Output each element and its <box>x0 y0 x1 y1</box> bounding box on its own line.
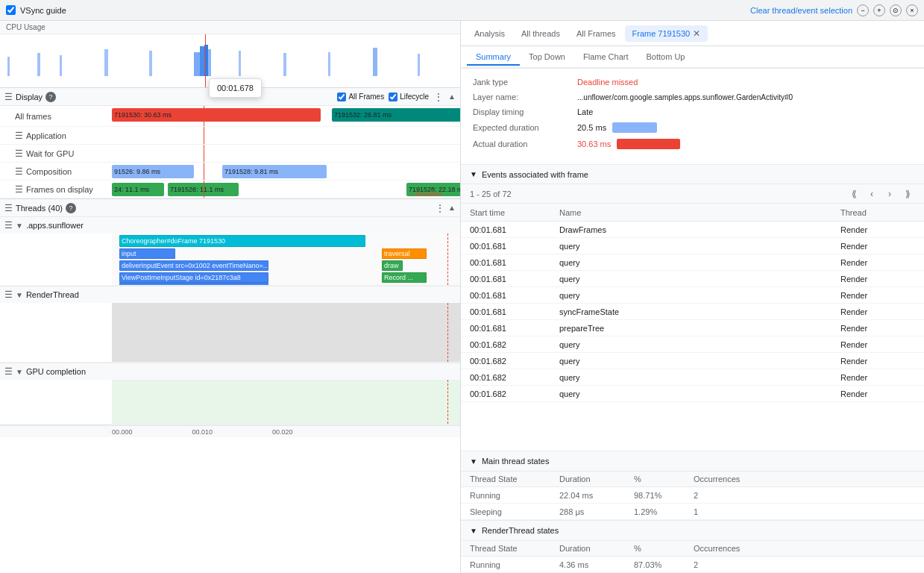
flame-deliverInput[interactable]: deliverInputEvent src=0x1002 eventTimeNa… <box>119 260 268 271</box>
event-row-8[interactable]: 00:01.682 query Render <box>461 353 924 369</box>
event-row-6[interactable]: 00:01.681 prepareTree Render <box>461 320 924 336</box>
sunflower-expand-icon[interactable]: ▼ <box>16 222 23 230</box>
sunflower-drag: ☰ <box>4 220 13 231</box>
comp-bar-7191528[interactable]: 7191528: 9.81 ms <box>222 165 327 178</box>
frame-tab-close[interactable]: ✕ <box>693 28 700 39</box>
event-thread-10: Render <box>840 389 915 398</box>
expand-btn[interactable]: + <box>873 4 885 16</box>
svg-rect-3 <box>60 55 62 76</box>
close-btn[interactable]: × <box>906 4 918 16</box>
render-dur-0: 4.36 ms <box>559 560 634 569</box>
sub-tab-summary[interactable]: Summary <box>467 49 520 66</box>
events-expand-icon[interactable]: ▼ <box>470 170 477 178</box>
event-row-3[interactable]: 00:01.681 query Render <box>461 271 924 287</box>
flame-choreographer-1[interactable]: Choreographer#doFrame 7191530 <box>119 235 365 247</box>
page-last-btn[interactable]: ⟫ <box>900 187 915 201</box>
expected-duration-value: 20.5 ms <box>577 123 606 132</box>
event-row-5[interactable]: 00:01.681 syncFrameState Render <box>461 304 924 320</box>
pagination-controls: ⟪ ‹ › ⟫ <box>846 187 915 201</box>
gpu-expand-icon[interactable]: ▼ <box>16 368 23 376</box>
threads-dots-menu[interactable]: ⋮ <box>435 202 445 214</box>
events-header: ▼ Events associated with frame <box>461 165 924 184</box>
render-bg <box>112 303 460 362</box>
application-label: ☰ Application <box>0 131 112 141</box>
main-thread-expand-icon[interactable]: ▼ <box>470 457 477 466</box>
event-row-4[interactable]: 00:01.681 query Render <box>461 287 924 304</box>
event-row-7[interactable]: 00:01.682 query Render <box>461 336 924 353</box>
event-row-1[interactable]: 00:01.681 query Render <box>461 238 924 254</box>
event-row-2[interactable]: 00:01.681 query Render <box>461 254 924 271</box>
event-row-9[interactable]: 00:01.682 query Render <box>461 369 924 386</box>
event-thread-1: Render <box>840 242 915 251</box>
jank-type-row: Jank type Deadline missed <box>473 78 912 87</box>
application-content[interactable]: 530... <box>112 127 460 144</box>
main-thread-table-header: Thread State Duration % Occurrences <box>461 471 924 487</box>
all-frames-label[interactable]: All Frames <box>337 93 384 101</box>
threads-collapse-btn[interactable]: ▲ <box>448 204 456 212</box>
refresh-btn[interactable]: ⊙ <box>890 4 902 16</box>
thread-header-sunflower[interactable]: ☰ ▼ .apps.sunflower <box>0 217 460 234</box>
flame-rvscroll-1[interactable]: RV Scroll <box>119 283 268 285</box>
render-thread-expand-icon[interactable]: ▼ <box>470 527 477 535</box>
lifecycle-checkbox[interactable] <box>389 93 397 101</box>
event-row-0[interactable]: 00:01.681 DrawFrames Render <box>461 222 924 238</box>
sub-tab-flamechart[interactable]: Flame Chart <box>574 49 638 66</box>
timeline-area: CPU Usage <box>0 21 460 88</box>
event-start-0: 00:01.681 <box>470 225 559 234</box>
flame-input-1[interactable]: input <box>119 248 175 259</box>
frame-bar-7191530[interactable]: 7191530: 30.63 ms <box>112 108 321 122</box>
tab-frame-7191530[interactable]: Frame 7191530 ✕ <box>625 25 708 42</box>
page-prev-btn[interactable]: ‹ <box>864 187 879 201</box>
main-thread-states-header[interactable]: ▼ Main thread states <box>461 451 924 471</box>
left-panel: CPU Usage <box>0 21 461 573</box>
sunflower-track-content[interactable]: Choreographer#doFrame 7191530 input trav… <box>112 234 460 285</box>
wait-gpu-content[interactable]: 7191530... <box>112 145 460 162</box>
display-drag-handle[interactable]: ☰ <box>4 92 13 102</box>
flame-record[interactable]: Record ... <box>382 272 427 283</box>
display-collapse-btn[interactable]: ▲ <box>448 93 456 101</box>
comp-bar-91526[interactable]: 91526: 9.86 ms <box>112 165 194 178</box>
clear-selection-link[interactable]: Clear thread/event selection <box>750 6 852 15</box>
event-name-3: query <box>559 275 840 284</box>
thread-header-render[interactable]: ☰ ▼ RenderThread <box>0 286 460 303</box>
flame-viewpost[interactable]: ViewPostImeInputStage id=0x2187c3a8 <box>119 272 268 283</box>
flame-draw[interactable]: draw <box>382 260 403 271</box>
threads-header: ☰ Threads (40) ? ⋮ ▲ <box>0 199 460 217</box>
composition-content[interactable]: 91526: 9.86 ms 7191528: 9.81 ms <box>112 163 460 180</box>
display-dots-menu[interactable]: ⋮ <box>433 91 444 103</box>
render-expand-icon[interactable]: ▼ <box>16 291 23 299</box>
render-thread-states-header[interactable]: ▼ RenderThread states <box>461 521 924 540</box>
all-frames-checkbox[interactable] <box>337 93 346 101</box>
sub-tab-topdown[interactable]: Top Down <box>520 49 574 66</box>
render-track-content[interactable]: DrawFram... flus... <box>112 303 460 362</box>
minimize-btn[interactable]: − <box>857 4 869 16</box>
vsync-checkbox[interactable] <box>6 5 16 15</box>
render-occ-0: 2 <box>694 560 768 569</box>
all-frames-content[interactable]: 7191530: 30.63 ms 7191532: 26.81 ms <box>112 106 460 126</box>
gpu-tracks: waiti... waitF... <box>0 380 460 425</box>
frames-display-content[interactable]: 24: 11.1 ms 7191526: 11.1 ms 7191528: 22… <box>112 181 460 198</box>
gpu-track-content[interactable]: waiti... waitF... <box>112 380 460 424</box>
fod-bar-24[interactable]: 24: 11.1 ms <box>112 183 164 196</box>
page-first-btn[interactable]: ⟪ <box>846 187 861 201</box>
lifecycle-label[interactable]: Lifecycle <box>389 93 429 101</box>
gpu-track-label <box>0 380 112 424</box>
svg-rect-0 <box>0 49 460 76</box>
display-header: ☰ Display ? All Frames Lifecycle ⋮ <box>0 88 460 106</box>
flame-traversal[interactable]: traversal <box>382 248 427 259</box>
sub-tab-bottomup[interactable]: Bottom Up <box>638 49 694 66</box>
threads-help-icon[interactable]: ? <box>66 203 76 213</box>
tab-all-threads[interactable]: All threads <box>514 26 568 41</box>
tab-analysis[interactable]: Analysis <box>467 26 512 41</box>
actual-duration-row: Actual duration 30.63 ms <box>473 139 912 149</box>
main-occ-1: 1 <box>694 507 768 516</box>
svg-rect-1 <box>7 57 10 76</box>
deadline-line-render <box>447 303 448 362</box>
display-help-icon[interactable]: ? <box>45 92 56 102</box>
event-row-10[interactable]: 00:01.682 query Render <box>461 386 924 402</box>
frame-bar-7191532[interactable]: 7191532: 26.81 ms <box>332 108 460 122</box>
page-next-btn[interactable]: › <box>882 187 897 201</box>
event-start-6: 00:01.681 <box>470 324 559 333</box>
thread-header-gpu[interactable]: ☰ ▼ GPU completion <box>0 363 460 380</box>
tab-all-frames[interactable]: All Frames <box>569 26 623 41</box>
